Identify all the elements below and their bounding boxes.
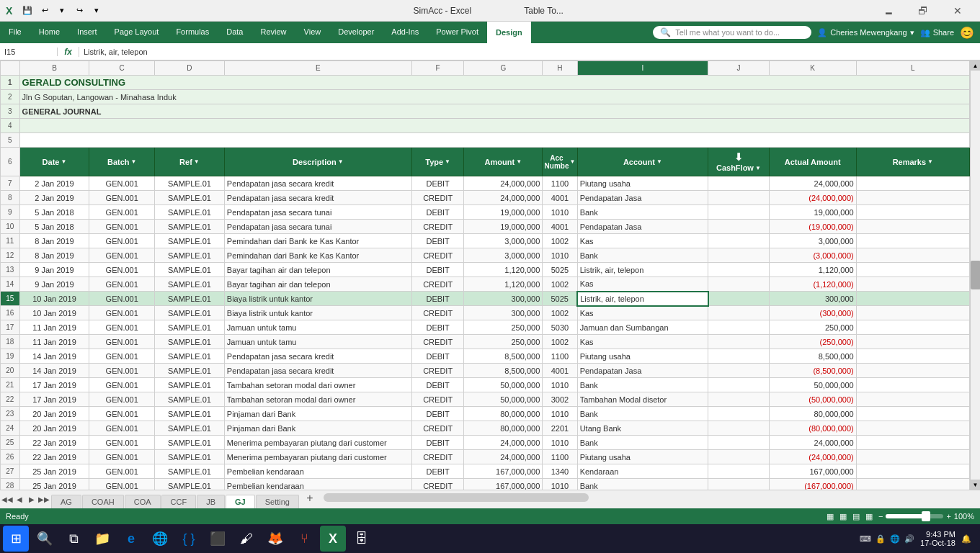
cell-batch[interactable]: GEN.001 xyxy=(89,277,155,292)
cell-amount[interactable]: 8,500,000 xyxy=(464,349,543,364)
cell-remarks[interactable] xyxy=(856,234,969,248)
cell-cashflow[interactable] xyxy=(708,479,770,490)
cell-account[interactable]: Bank xyxy=(577,378,708,392)
cell-type[interactable]: DEBIT xyxy=(411,378,464,392)
code-button[interactable]: { } xyxy=(176,526,202,552)
cell-acc-num[interactable]: 1010 xyxy=(543,248,577,263)
cell-actual[interactable]: (19,000,000) xyxy=(769,220,856,234)
cell-ref[interactable]: SAMPLE.01 xyxy=(155,464,225,479)
cell-desc[interactable]: Tambahan setoran modal dari owner xyxy=(224,392,411,407)
cell-account[interactable]: Kas xyxy=(577,335,708,349)
cell-acc-num[interactable]: 1100 xyxy=(543,450,577,464)
cell-acc-num[interactable]: 1002 xyxy=(543,277,577,292)
type-filter-icon[interactable]: ▼ xyxy=(445,158,450,165)
cell-desc[interactable]: Bayar tagihan air dan telepon xyxy=(224,277,411,292)
excel-taskbar-button[interactable]: X xyxy=(320,526,346,552)
cell-type[interactable]: DEBIT xyxy=(411,234,464,248)
ref-filter-icon[interactable]: ▼ xyxy=(194,158,200,165)
cell-account[interactable]: Pendapatan Jasa xyxy=(577,364,708,378)
cell-ref[interactable]: SAMPLE.01 xyxy=(155,263,225,277)
header-actual-amount[interactable]: Actual Amount xyxy=(769,148,856,176)
cell-desc[interactable]: Pinjaman dari Bank xyxy=(224,421,411,436)
cell-cashflow[interactable] xyxy=(708,378,770,392)
cell-cashflow[interactable] xyxy=(708,277,770,292)
cell-batch[interactable]: GEN.001 xyxy=(89,392,155,407)
cell-cashflow[interactable] xyxy=(708,392,770,407)
sheet-tab-coa[interactable]: COA xyxy=(125,495,161,508)
cell-ref[interactable]: SAMPLE.01 xyxy=(155,234,225,248)
header-description[interactable]: Description ▼ xyxy=(224,148,411,176)
cell-desc[interactable]: Pendapatan jasa secara tunai xyxy=(224,220,411,234)
cell-date[interactable]: 9 Jan 2019 xyxy=(19,263,89,277)
cell-account[interactable]: Kas xyxy=(577,234,708,248)
col-header-g[interactable]: G xyxy=(464,61,543,76)
cell-actual[interactable]: 250,000 xyxy=(769,320,856,335)
cell-desc[interactable]: Jamuan untuk tamu xyxy=(224,320,411,335)
cell-cashflow[interactable] xyxy=(708,205,770,220)
tab-view[interactable]: View xyxy=(295,22,330,43)
cashflow-filter-icon[interactable]: ▼ xyxy=(755,165,761,171)
batch-filter-icon[interactable]: ▼ xyxy=(131,158,137,165)
cell-remarks[interactable] xyxy=(856,306,969,320)
cell-date[interactable]: 20 Jan 2019 xyxy=(19,421,89,436)
cell-type[interactable]: DEBIT xyxy=(411,292,464,306)
cell-batch[interactable]: GEN.001 xyxy=(89,335,155,349)
cell-remarks[interactable] xyxy=(856,479,969,490)
header-ref[interactable]: Ref ▼ xyxy=(155,148,225,176)
cell-desc[interactable]: Pendapatan jasa secara kredit xyxy=(224,349,411,364)
cell-remarks[interactable] xyxy=(856,277,969,292)
cell-amount[interactable]: 3,000,000 xyxy=(464,248,543,263)
cell-amount[interactable]: 50,000,000 xyxy=(464,392,543,407)
cell-acc-num[interactable]: 5025 xyxy=(543,263,577,277)
cell-acc-num[interactable]: 1010 xyxy=(543,436,577,450)
cell-desc[interactable]: Biaya listrik untuk kantor xyxy=(224,292,411,306)
cell-amount[interactable]: 19,000,000 xyxy=(464,205,543,220)
normal-view-icon[interactable]: ▦ xyxy=(839,512,847,521)
cell-actual[interactable]: 50,000,000 xyxy=(769,378,856,392)
cell-ref[interactable]: SAMPLE.01 xyxy=(155,248,225,263)
cell-date[interactable]: 5 Jan 2018 xyxy=(19,205,89,220)
amount-filter-icon[interactable]: ▼ xyxy=(516,158,522,165)
zoom-out-button[interactable]: − xyxy=(878,512,883,521)
cell-remarks[interactable] xyxy=(856,436,969,450)
cell-acc-num[interactable]: 1100 xyxy=(543,176,577,191)
cell-remarks[interactable] xyxy=(856,349,969,364)
desc-filter-icon[interactable]: ▼ xyxy=(338,158,344,165)
cell-type[interactable]: CREDIT xyxy=(411,306,464,320)
cell-ref[interactable]: SAMPLE.01 xyxy=(155,220,225,234)
cell-account[interactable]: Tambahan Modal disetor xyxy=(577,392,708,407)
horizontal-scrollbar[interactable] xyxy=(318,490,980,508)
cell-actual[interactable]: 8,500,000 xyxy=(769,349,856,364)
cell-ref[interactable]: SAMPLE.01 xyxy=(155,436,225,450)
cell-amount[interactable]: 80,000,000 xyxy=(464,421,543,436)
cell-acc-num[interactable]: 1002 xyxy=(543,306,577,320)
cell-account[interactable]: Kendaraan xyxy=(577,464,708,479)
cell-remarks[interactable] xyxy=(856,364,969,378)
tray-icon-3[interactable]: 🌐 xyxy=(890,534,900,544)
cell-remarks[interactable] xyxy=(856,220,969,234)
cell-type[interactable]: CREDIT xyxy=(411,335,464,349)
cell-type[interactable]: CREDIT xyxy=(411,421,464,436)
cell-batch[interactable]: GEN.001 xyxy=(89,263,155,277)
cell-batch[interactable]: GEN.001 xyxy=(89,450,155,464)
cell-remarks[interactable] xyxy=(856,320,969,335)
cell-remarks[interactable] xyxy=(856,335,969,349)
cell-cashflow[interactable] xyxy=(708,220,770,234)
cell-ref[interactable]: SAMPLE.01 xyxy=(155,335,225,349)
cell-amount[interactable]: 80,000,000 xyxy=(464,407,543,421)
cell-desc[interactable]: Pendapatan jasa secara kredit xyxy=(224,364,411,378)
tab-design[interactable]: Design xyxy=(487,22,531,43)
header-account[interactable]: Account ▼ xyxy=(577,148,708,176)
cell-type[interactable]: DEBIT xyxy=(411,263,464,277)
cell-acc-num[interactable]: 1010 xyxy=(543,205,577,220)
cell-account[interactable]: Kas xyxy=(577,277,708,292)
cell-actual[interactable]: (167,000,000) xyxy=(769,479,856,490)
sheet-tab-ag[interactable]: AG xyxy=(51,495,81,508)
cell-type[interactable]: CREDIT xyxy=(411,220,464,234)
paint-button[interactable]: 🖌 xyxy=(233,526,259,552)
cell-type[interactable]: CREDIT xyxy=(411,450,464,464)
cell-remarks[interactable] xyxy=(856,248,969,263)
formula-content[interactable]: Listrik, air, telepon xyxy=(79,48,980,56)
cell-account[interactable]: Bank xyxy=(577,436,708,450)
header-acc-number[interactable]: AccNumbe ▼ xyxy=(543,148,577,176)
